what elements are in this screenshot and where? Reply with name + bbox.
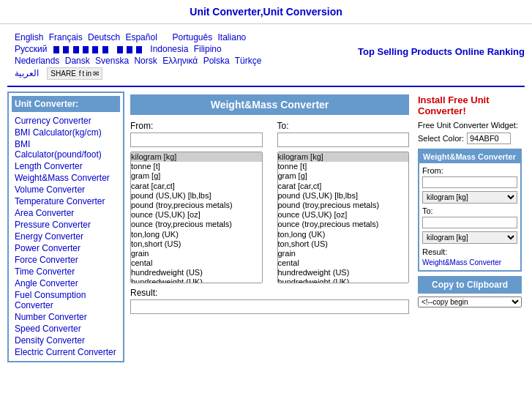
from-input[interactable] <box>130 133 263 147</box>
lang-dutch[interactable]: Nederlands <box>15 56 59 66</box>
sidebar-item-angle[interactable]: Angle Converter <box>12 277 120 289</box>
sidebar-item-power[interactable]: Power Converter <box>12 242 120 254</box>
unit-option[interactable]: pound (troy,precious metals) <box>278 201 409 210</box>
unit-option[interactable]: pound (troy,precious metals) <box>131 201 262 210</box>
copy-select[interactable]: <!--copy begin <box>418 297 522 307</box>
unit-option[interactable]: tonne [t] <box>131 162 262 171</box>
flag8 <box>127 46 132 53</box>
unit-option[interactable]: kilogram [kg] <box>131 152 262 162</box>
sidebar-item-electric[interactable]: Electric Current Converter <box>12 346 120 358</box>
sidebar-item-bmi-kg[interactable]: BMI Calculator(kg/cm) <box>12 127 120 138</box>
lang-indonesia[interactable]: Indonesia <box>150 44 188 54</box>
result-label: Result: <box>130 288 157 298</box>
unit-option[interactable]: ton,long (UK) <box>278 230 409 239</box>
mini-from-label: From: <box>422 166 517 175</box>
mini-to-label: To: <box>422 206 517 215</box>
share-icon4[interactable]: ✉ <box>93 70 99 78</box>
lang-german[interactable]: Deutsch <box>88 32 120 42</box>
result-input[interactable] <box>130 299 409 314</box>
sidebar-item-fuel[interactable]: Fuel Consumption Converter <box>12 289 120 311</box>
copy-to-clipboard-button[interactable]: Copy to Clipboard <box>418 276 522 294</box>
unit-option[interactable]: ounce (troy,precious metals) <box>131 220 262 229</box>
share-icon3[interactable]: in <box>86 70 91 78</box>
to-unit-select[interactable]: kilogram [kg] tonne [t] gram [g] carat [… <box>277 152 410 283</box>
color-label: Select Color: <box>418 134 464 143</box>
unit-option[interactable]: ounce (US,UK) [oz] <box>131 210 262 220</box>
lang-swedish[interactable]: Svenska <box>95 56 129 66</box>
flag4 <box>83 46 89 53</box>
flag6 <box>102 46 108 53</box>
sidebar-item-time[interactable]: Time Converter <box>12 266 120 277</box>
unit-option[interactable]: hundredweight (UK) <box>278 277 409 283</box>
mini-to-input[interactable] <box>422 217 517 228</box>
flag3 <box>73 46 79 53</box>
from-label: From: <box>130 121 263 131</box>
mini-converter: Weight&Mass Converter From: kilogram [kg… <box>418 149 522 272</box>
lang-english[interactable]: English <box>15 32 43 42</box>
widget-label: Free Unit Converter Widget: <box>418 121 522 130</box>
sidebar-item-density[interactable]: Density Converter <box>12 335 120 346</box>
lang-turkish[interactable]: Türkçe <box>235 56 262 66</box>
unit-option[interactable]: pound (US,UK) [lb,lbs] <box>278 191 409 201</box>
sidebar-item-currency[interactable]: Currency Converter <box>12 115 120 127</box>
unit-option[interactable]: pound (US,UK) [lb,lbs] <box>131 191 262 201</box>
site-title[interactable]: Unit Converter,Unit Conversion <box>190 6 342 18</box>
share-icon2[interactable]: t <box>83 70 85 78</box>
to-input[interactable] <box>277 133 410 147</box>
mini-from-input[interactable] <box>422 176 517 188</box>
lang-norwegian[interactable]: Norsk <box>134 56 157 66</box>
from-unit-select[interactable]: kilogram [kg] tonne [t] gram [g] carat [… <box>130 152 263 283</box>
lang-arabic[interactable]: العربية <box>15 68 39 78</box>
unit-option[interactable]: hundredweight (US) <box>131 268 262 277</box>
sidebar-item-weight[interactable]: Weight&Mass Converter <box>12 172 120 184</box>
flag9 <box>136 46 142 53</box>
unit-option[interactable]: hundredweight (UK) <box>131 277 262 283</box>
sidebar-item-force[interactable]: Force Converter <box>12 254 120 266</box>
unit-option[interactable]: ounce (troy,precious metals) <box>278 220 409 229</box>
unit-option[interactable]: carat [car,ct] <box>278 182 409 191</box>
color-input[interactable] <box>467 133 511 144</box>
unit-option[interactable]: tonne [t] <box>278 162 409 171</box>
sidebar-item-speed[interactable]: Speed Converter <box>12 323 120 335</box>
unit-option[interactable]: ounce (US,UK) [oz] <box>278 210 409 220</box>
sidebar-item-bmi-lb[interactable]: BMI Calculator(pound/foot) <box>12 138 120 160</box>
lang-greek[interactable]: Ελληνικά <box>162 56 198 66</box>
lang-russian[interactable]: Русский <box>15 44 48 54</box>
top-banner-link[interactable]: Top Selling Products Online Ranking <box>358 46 525 57</box>
unit-option[interactable]: gram [g] <box>131 171 262 181</box>
unit-option[interactable]: ton,short (US) <box>278 239 409 249</box>
unit-option[interactable]: kilogram [kg] <box>278 152 409 162</box>
unit-option[interactable]: grain <box>278 249 409 258</box>
sidebar-item-number[interactable]: Number Converter <box>12 311 120 323</box>
lang-polish[interactable]: Polska <box>203 56 230 66</box>
sidebar-item-length[interactable]: Length Converter <box>12 160 120 172</box>
unit-option[interactable]: carat [car,ct] <box>131 182 262 191</box>
mini-from-select[interactable]: kilogram [kg] <box>422 191 517 204</box>
sidebar-item-volume[interactable]: Volume Converter <box>12 184 120 195</box>
lang-danish[interactable]: Dansk <box>65 56 90 66</box>
sidebar-title: Unit Converter: <box>12 96 120 112</box>
lang-portuguese[interactable]: Português <box>172 32 212 42</box>
unit-option[interactable]: cental <box>131 258 262 268</box>
sidebar-item-energy[interactable]: Energy Converter <box>12 231 120 242</box>
share-bar: SHARE f t in ✉ <box>47 67 102 80</box>
share-icon1[interactable]: f <box>79 70 81 78</box>
lang-italian[interactable]: Italiano <box>218 32 247 42</box>
mini-to-select[interactable]: kilogram [kg] <box>422 231 517 244</box>
sidebar-item-temperature[interactable]: Temperature Converter <box>12 195 120 207</box>
mini-converter-link[interactable]: Weight&Mass Converter <box>422 258 501 266</box>
lang-filipino[interactable]: Filipino <box>194 44 222 54</box>
unit-option[interactable]: grain <box>131 249 262 258</box>
unit-option[interactable]: hundredweight (US) <box>278 268 409 277</box>
share-label: SHARE <box>50 70 75 78</box>
sidebar-item-area[interactable]: Area Converter <box>12 207 120 219</box>
flag7 <box>117 46 123 53</box>
unit-option[interactable]: gram [g] <box>278 171 409 181</box>
unit-option[interactable]: cental <box>278 258 409 268</box>
sidebar-item-pressure[interactable]: Pressure Converter <box>12 219 120 231</box>
main-converter: Weight&Mass Converter From: To: kilogram… <box>124 92 415 362</box>
unit-option[interactable]: ton,short (US) <box>131 239 262 249</box>
lang-french[interactable]: Français <box>49 32 83 42</box>
unit-option[interactable]: ton,long (UK) <box>131 230 262 239</box>
lang-spanish[interactable]: Español <box>125 32 157 42</box>
